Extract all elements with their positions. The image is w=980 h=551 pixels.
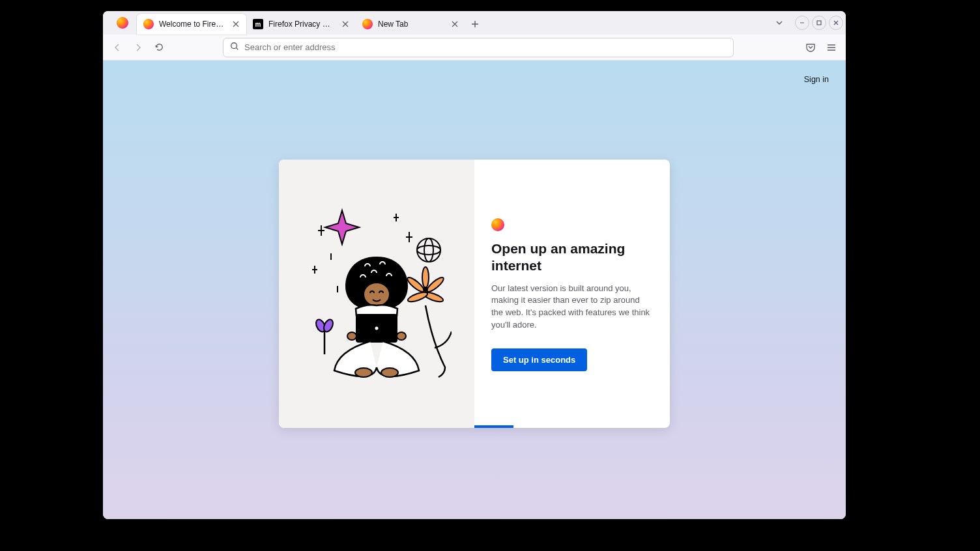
tab-newtab[interactable]: New Tab — [356, 14, 465, 35]
sign-in-link[interactable]: Sign in — [804, 75, 829, 84]
svg-point-2 — [417, 238, 440, 262]
tab-favicon-firefox-icon — [362, 19, 373, 29]
svg-rect-0 — [817, 21, 821, 25]
nav-toolbar — [103, 35, 846, 61]
tab-privacy[interactable]: m Firefox Privacy Notice — — [246, 14, 356, 35]
onboarding-progress-bar — [474, 425, 513, 428]
onboarding-card: Open up an amazing internet Our latest v… — [279, 160, 670, 428]
tabstrip-right — [770, 11, 846, 35]
svg-point-8 — [407, 290, 428, 304]
tab-close-button[interactable] — [450, 19, 460, 29]
tab-welcome[interactable]: Welcome to Firefox — [137, 14, 246, 35]
page-content: Sign in — [103, 61, 846, 519]
tab-close-button[interactable] — [231, 19, 241, 29]
app-menu-button[interactable] — [822, 38, 841, 57]
forward-button[interactable] — [129, 38, 147, 57]
reload-button[interactable] — [150, 38, 168, 57]
svg-point-5 — [422, 267, 429, 288]
address-input[interactable] — [244, 42, 727, 52]
firefox-icon — [491, 218, 504, 231]
save-to-pocket-button[interactable] — [801, 38, 820, 57]
app-firefox-icon — [108, 11, 137, 35]
back-button[interactable] — [108, 38, 126, 57]
svg-point-1 — [231, 42, 237, 48]
svg-point-3 — [417, 246, 440, 255]
svg-point-21 — [397, 332, 406, 340]
svg-point-10 — [423, 287, 428, 292]
setup-button[interactable]: Set up in seconds — [491, 348, 587, 371]
window-minimize-button[interactable] — [795, 16, 809, 30]
svg-point-20 — [347, 332, 356, 340]
onboarding-heading: Open up an amazing internet — [491, 240, 635, 275]
tab-favicon-firefox-icon — [143, 19, 154, 29]
svg-point-17 — [375, 327, 379, 330]
window-controls — [795, 16, 843, 30]
tab-title: Welcome to Firefox — [159, 20, 225, 29]
svg-point-19 — [381, 368, 398, 377]
onboarding-text-panel: Open up an amazing internet Our latest v… — [474, 160, 670, 428]
onboarding-body: Our latest version is built around you, … — [491, 283, 653, 332]
window-maximize-button[interactable] — [812, 16, 826, 30]
person-laptop-illustration-icon — [302, 205, 452, 383]
url-bar[interactable] — [223, 38, 734, 57]
window-close-button[interactable] — [829, 16, 843, 30]
svg-point-15 — [364, 283, 390, 306]
search-icon — [230, 42, 239, 53]
tab-close-button[interactable] — [340, 19, 351, 29]
firefox-logo-icon — [117, 17, 128, 29]
svg-point-18 — [355, 368, 372, 377]
toolbar-right — [801, 38, 841, 57]
tab-title: Firefox Privacy Notice — — [268, 20, 335, 29]
onboarding-illustration — [279, 160, 474, 428]
svg-point-4 — [424, 238, 433, 262]
svg-point-14 — [390, 265, 399, 274]
new-tab-button[interactable] — [465, 14, 485, 35]
tab-favicon-mozilla-icon: m — [253, 19, 263, 29]
tab-strip: Welcome to Firefox m Firefox Privacy Not… — [103, 11, 846, 35]
browser-window: Welcome to Firefox m Firefox Privacy Not… — [103, 11, 846, 519]
svg-point-13 — [354, 265, 363, 274]
list-tabs-button[interactable] — [770, 14, 788, 32]
tab-title: New Tab — [378, 20, 444, 29]
